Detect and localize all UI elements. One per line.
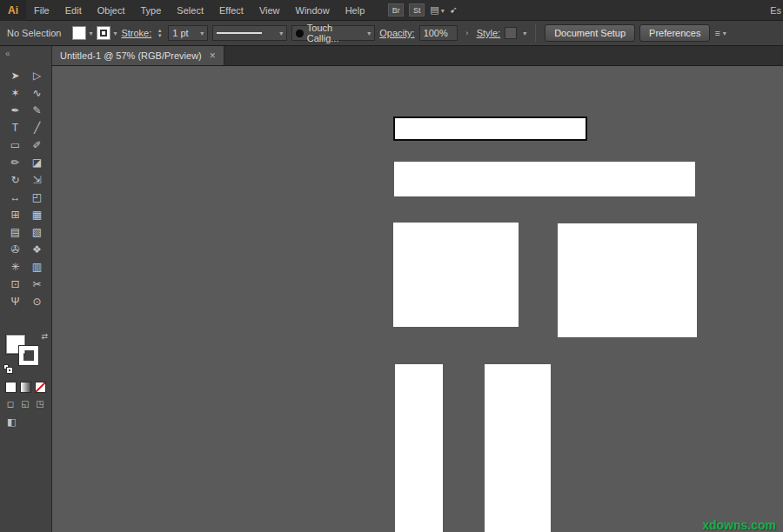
artwork-rectangle[interactable] bbox=[485, 364, 551, 532]
artboard-tool[interactable]: ⊡ bbox=[4, 276, 26, 293]
variable-width-profile-dropdown[interactable]: ▾ bbox=[212, 25, 287, 41]
blend-tool[interactable]: ❖ bbox=[26, 241, 48, 258]
menu-type[interactable]: Type bbox=[133, 5, 170, 16]
zoom-tool[interactable]: ⊙ bbox=[26, 293, 48, 310]
free-transform-tool[interactable]: ◰ bbox=[26, 189, 48, 206]
collapse-panel-icon[interactable]: « bbox=[5, 49, 10, 58]
artwork-rectangle[interactable] bbox=[393, 116, 587, 141]
uniform-profile-line-icon bbox=[217, 32, 262, 34]
chevron-down-icon: ▾ bbox=[279, 30, 283, 37]
artwork-rectangle[interactable] bbox=[394, 162, 695, 196]
draw-normal-icon[interactable]: ◻ bbox=[4, 399, 17, 409]
artwork-rectangle[interactable] bbox=[558, 223, 697, 337]
stroke-panel-link[interactable]: Stroke: bbox=[121, 28, 151, 38]
align-options-icon[interactable]: ≡ bbox=[714, 28, 719, 38]
graphic-style-swatch[interactable] bbox=[505, 27, 517, 39]
canvas-area[interactable]: xdowns.com bbox=[52, 66, 783, 532]
gradient-tool[interactable]: ▧ bbox=[26, 223, 48, 241]
opacity-value-field[interactable]: 100% bbox=[419, 25, 458, 41]
magic-wand-tool[interactable]: ✶ bbox=[4, 84, 26, 102]
artwork-rectangle[interactable] bbox=[393, 223, 519, 327]
menu-items: FileEditObjectTypeSelectEffectViewWindow… bbox=[26, 5, 372, 16]
draw-inside-icon[interactable]: ◳ bbox=[34, 399, 46, 409]
shaper-pencil-tool[interactable]: ✏ bbox=[4, 154, 26, 171]
menu-object[interactable]: Object bbox=[90, 5, 133, 16]
close-tab-icon[interactable]: × bbox=[210, 51, 216, 60]
selection-status-label: No Selection bbox=[7, 28, 61, 38]
bridge-button[interactable]: Br bbox=[388, 3, 404, 17]
menu-window[interactable]: Window bbox=[288, 5, 338, 16]
menu-edit[interactable]: Edit bbox=[57, 5, 90, 16]
draw-behind-icon[interactable]: ◱ bbox=[19, 399, 31, 409]
brush-definition-dropdown[interactable]: Touch Callig... ▾ bbox=[291, 25, 375, 41]
menu-file[interactable]: File bbox=[26, 5, 57, 16]
gradient-button[interactable] bbox=[20, 382, 31, 393]
document-tab[interactable]: Untitled-1 @ 57% (RGB/Preview) × bbox=[52, 46, 224, 65]
calligraphic-brush-icon bbox=[296, 30, 304, 37]
chevron-down-icon: ▾ bbox=[723, 30, 726, 37]
shape-builder-tool[interactable]: ⊞ bbox=[4, 206, 26, 223]
document-setup-button[interactable]: Document Setup bbox=[545, 24, 635, 42]
arrange-documents-icon: ▤ bbox=[430, 4, 438, 15]
screen-mode-icon[interactable]: ◧ bbox=[7, 416, 16, 428]
workspace-switcher[interactable]: Es bbox=[770, 5, 783, 16]
curvature-tool[interactable]: ✎ bbox=[26, 102, 48, 119]
eyedropper-tool[interactable]: ✇ bbox=[4, 241, 26, 258]
separator bbox=[535, 24, 536, 42]
none-button[interactable] bbox=[35, 382, 46, 393]
menu-select[interactable]: Select bbox=[169, 5, 211, 16]
paintbrush-tool[interactable]: ✐ bbox=[26, 136, 48, 154]
default-fill-stroke-icon[interactable] bbox=[3, 364, 12, 373]
style-dropdown-icon[interactable]: ▾ bbox=[523, 30, 526, 37]
line-segment-tool[interactable]: ╱ bbox=[26, 119, 48, 136]
chevron-down-icon: ▾ bbox=[441, 7, 445, 15]
stock-button[interactable]: St bbox=[409, 3, 425, 17]
document-tab-title: Untitled-1 @ 57% (RGB/Preview) bbox=[60, 50, 202, 61]
menu-view[interactable]: View bbox=[251, 5, 288, 16]
symbol-sprayer-tool[interactable]: ✳ bbox=[4, 258, 26, 276]
menu-effect[interactable]: Effect bbox=[211, 5, 251, 16]
direct-selection-tool[interactable]: ▷ bbox=[26, 67, 48, 84]
swap-fill-stroke-icon[interactable]: ⇄ bbox=[41, 332, 48, 341]
tools-grid: ➤▷✶∿✒✎T╱▭✐✏◪↻⇲↔◰⊞▦▤▧✇❖✳▥⊡✂Ψ⊙ bbox=[4, 67, 48, 310]
slice-tool[interactable]: ✂ bbox=[26, 276, 48, 293]
stroke-dropdown-icon[interactable]: ▾ bbox=[113, 30, 117, 37]
color-mode-row bbox=[5, 382, 46, 393]
menubar-right-icons: Br St ▤▾ ➹ bbox=[388, 3, 458, 17]
scale-tool[interactable]: ⇲ bbox=[26, 171, 48, 189]
chevron-down-icon: ▾ bbox=[367, 30, 371, 37]
mesh-tool[interactable]: ▤ bbox=[4, 223, 26, 241]
rotate-tool[interactable]: ↻ bbox=[4, 171, 26, 189]
control-bar: No Selection ▾ ▾ Stroke: ▲▼ 1 pt▾ ▾ Touc… bbox=[0, 21, 783, 46]
pen-tool[interactable]: ✒ bbox=[4, 102, 26, 119]
preferences-button[interactable]: Preferences bbox=[639, 24, 710, 42]
type-tool[interactable]: T bbox=[4, 119, 26, 136]
eraser-tool[interactable]: ◪ bbox=[26, 154, 48, 171]
stroke-color-swatch[interactable] bbox=[97, 26, 110, 40]
hand-tool[interactable]: Ψ bbox=[4, 293, 26, 310]
selection-tool[interactable]: ➤ bbox=[4, 67, 26, 84]
width-tool[interactable]: ↔ bbox=[4, 189, 26, 206]
rectangle-tool[interactable]: ▭ bbox=[4, 136, 26, 154]
menubar: Ai FileEditObjectTypeSelectEffectViewWin… bbox=[0, 0, 783, 21]
stroke-width-stepper[interactable]: ▲▼ bbox=[156, 28, 164, 38]
drawing-modes-row: ◻ ◱ ◳ bbox=[4, 399, 46, 409]
perspective-grid-tool[interactable]: ▦ bbox=[26, 206, 48, 223]
opacity-panel-link[interactable]: Opacity: bbox=[379, 28, 414, 38]
column-graph-tool[interactable]: ▥ bbox=[26, 258, 48, 276]
stroke-color-box[interactable] bbox=[19, 346, 38, 365]
lasso-tool[interactable]: ∿ bbox=[26, 84, 48, 102]
fill-stroke-control: ⇄ bbox=[6, 335, 44, 371]
artwork-rectangle[interactable] bbox=[395, 364, 443, 532]
menu-help[interactable]: Help bbox=[338, 5, 373, 16]
opacity-dropdown-icon[interactable]: › bbox=[462, 25, 472, 41]
color-button[interactable] bbox=[5, 382, 17, 393]
gpu-performance-rocket-icon[interactable]: ➹ bbox=[450, 4, 458, 16]
arrange-documents-button[interactable]: ▤▾ bbox=[430, 4, 444, 16]
chevron-down-icon: ▾ bbox=[200, 30, 204, 37]
stroke-width-dropdown[interactable]: 1 pt▾ bbox=[168, 25, 208, 41]
fill-color-swatch[interactable] bbox=[72, 26, 86, 40]
style-panel-link[interactable]: Style: bbox=[477, 28, 501, 38]
document-tab-bar: Untitled-1 @ 57% (RGB/Preview) × bbox=[52, 46, 783, 66]
fill-dropdown-icon[interactable]: ▾ bbox=[89, 30, 92, 37]
